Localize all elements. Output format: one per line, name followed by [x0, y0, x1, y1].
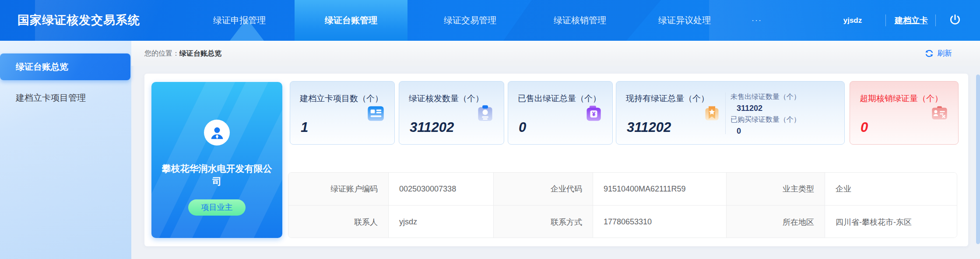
stat-label: 建档立卡项目数（个）	[300, 93, 383, 104]
stat-card-sold: 已售出绿证总量（个） ¥ 0	[508, 81, 613, 145]
nav-item-ledger-active[interactable]: 绿证台账管理	[295, 0, 407, 41]
stat-label: 现持有绿证总量（个）	[626, 93, 709, 104]
stat-label: 超期核销绿证量（个）	[860, 93, 943, 104]
company-name: 攀枝花华润水电开发有限公司	[151, 162, 282, 188]
refresh-label: 刷新	[937, 41, 952, 66]
company-card: 攀枝花华润水电开发有限公司 项目业主	[151, 82, 282, 238]
stat-value: 0	[519, 120, 526, 135]
card-divider	[725, 92, 726, 134]
app-screen: 国家绿证核发交易系统 绿证申报管理 绿证台账管理 绿证交易管理 绿证核销管理 绿…	[0, 0, 980, 259]
breadcrumb-current: 绿证台账总览	[179, 50, 221, 57]
owner-role-badge: 项目业主	[188, 199, 246, 216]
breadcrumb-strip	[131, 41, 980, 66]
sub-stat-label: 未售出绿证数量（个）	[731, 91, 840, 103]
refresh-icon	[924, 49, 934, 58]
power-icon	[948, 20, 962, 28]
profile-card-link[interactable]: 建档立卡	[895, 0, 928, 41]
project-card-icon	[366, 103, 386, 123]
ledger-overview-panel: 攀枝花华润水电开发有限公司 项目业主 建档立卡项目数（个） 1 绿	[144, 74, 968, 246]
holding-sub-stats: 未售出绿证数量（个） 311202 已购买绿证数量（个） 0	[731, 91, 840, 137]
sidebar-item-ledger-overview[interactable]: 绿证台账总览	[0, 53, 130, 80]
sub-stat-label: 已购买绿证数量（个）	[731, 114, 840, 125]
username-label[interactable]: yjsdz	[843, 0, 862, 41]
overdue-certificate-icon	[930, 103, 949, 123]
info-label: 联系人	[288, 206, 389, 238]
breadcrumb: 您的位置：绿证台账总览	[144, 41, 221, 66]
stat-card-overdue: 超期核销绿证量（个） 0	[850, 81, 959, 145]
stat-value: 0	[861, 120, 868, 135]
nav-item-more[interactable]: ···	[752, 0, 762, 41]
info-value-owner-type: 企业	[825, 173, 957, 206]
info-value-contact: yjsdz	[389, 206, 494, 238]
stat-card-projects: 建档立卡项目数（个） 1	[290, 81, 395, 145]
info-value-company-code: 91510400MA62111R59	[593, 173, 727, 206]
sub-stat-value: 311202	[731, 103, 840, 114]
nav-item-writeoff[interactable]: 绿证核销管理	[554, 0, 606, 41]
sub-stat-value: 0	[731, 125, 840, 137]
stat-card-holding: 现持有绿证总量（个） 311202 未售出绿证数量（个）	[616, 81, 845, 145]
refresh-button[interactable]: 刷新	[924, 41, 952, 66]
nav-item-trade[interactable]: 绿证交易管理	[444, 0, 496, 41]
info-value-phone: 17780653310	[593, 206, 727, 238]
vertical-scrollbar[interactable]	[976, 75, 980, 244]
sidebar-item-project-management[interactable]: 建档立卡项目管理	[0, 85, 130, 111]
account-info-table: 绿证账户编码 0025030007338 企业代码 91510400MA6211…	[288, 172, 957, 238]
stat-value: 311202	[410, 120, 454, 135]
breadcrumb-prefix: 您的位置：	[144, 50, 179, 57]
user-icon	[209, 124, 225, 141]
sidebar: 绿证台账总览 建档立卡项目管理	[0, 41, 131, 259]
nav-item-declare[interactable]: 绿证申报管理	[213, 0, 266, 41]
info-label: 所在地区	[727, 206, 825, 238]
certificate-icon	[475, 103, 495, 123]
navbar-divider	[885, 14, 886, 26]
stat-label: 已售出绿证总量（个）	[518, 93, 601, 104]
stat-label: 绿证核发数量（个）	[409, 93, 484, 104]
holding-bookmark-icon	[702, 103, 722, 123]
svg-text:¥: ¥	[592, 110, 596, 117]
info-value-region: 四川省-攀枝花市-东区	[825, 206, 957, 238]
info-label: 企业代码	[494, 173, 593, 206]
logout-button[interactable]	[948, 13, 962, 27]
avatar	[204, 120, 230, 145]
stat-value: 1	[301, 120, 308, 135]
sold-certificates-icon: ¥	[584, 103, 604, 123]
nav-item-dispute[interactable]: 绿证异议处理	[658, 0, 711, 41]
info-value-account-code: 0025030007338	[389, 173, 494, 206]
app-title: 国家绿证核发交易系统	[18, 0, 140, 41]
info-label: 业主类型	[727, 173, 825, 206]
top-navbar: 国家绿证核发交易系统 绿证申报管理 绿证台账管理 绿证交易管理 绿证核销管理 绿…	[0, 0, 980, 41]
navbar-divider	[935, 14, 936, 26]
info-label: 绿证账户编码	[288, 173, 389, 206]
stat-card-issued: 绿证核发数量（个） 311202	[399, 81, 504, 145]
info-label: 联系方式	[494, 206, 593, 238]
stat-value: 311202	[627, 120, 671, 135]
